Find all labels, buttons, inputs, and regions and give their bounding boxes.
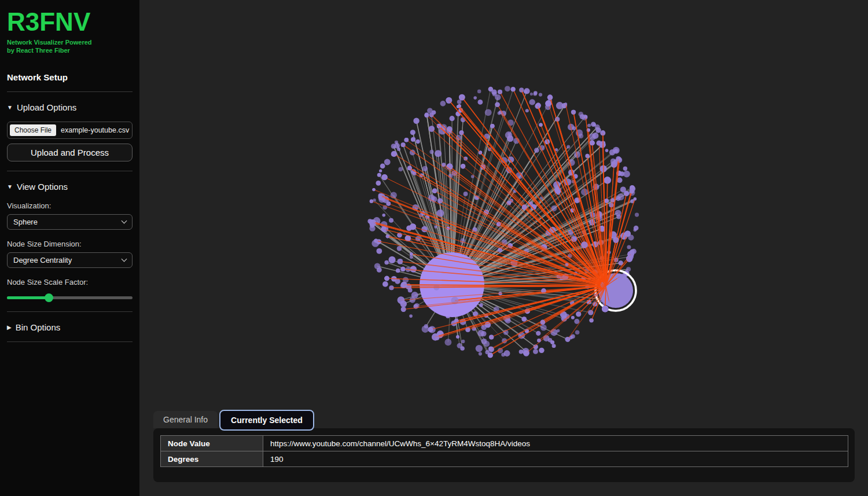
node-size-dimension-select[interactable]: Degree Centrality [7, 252, 133, 268]
bin-options-label: Bin Options [16, 322, 61, 332]
divider [7, 341, 133, 342]
node-size-scale-factor-label: Node Size Scale Factor: [7, 278, 133, 286]
app-root: R3FNV Network Visualizer Powered by Reac… [0, 0, 868, 496]
visualization-select[interactable]: Sphere [7, 214, 133, 230]
app-tagline: Network Visualizer Powered by React Thre… [7, 38, 133, 55]
slider-thumb[interactable] [45, 293, 53, 302]
divider [7, 91, 133, 92]
upload-options-header[interactable]: ▼ Upload Options [7, 102, 133, 112]
node-details-table: Node Valuehttps://www.youtube.com/channe… [160, 435, 848, 467]
upload-options-label: Upload Options [17, 102, 76, 112]
app-logo: R3FNV [7, 9, 133, 35]
tab-general-info[interactable]: General Info [153, 411, 218, 428]
row-label: Node Value [161, 436, 263, 451]
selected-file-name: example-youtube.csv [61, 126, 129, 134]
currently-selected-panel: Node Valuehttps://www.youtube.com/channe… [153, 428, 855, 482]
divider [7, 311, 133, 312]
network-setup-heading: Network Setup [7, 72, 133, 82]
collapse-arrow-down-icon: ▼ [7, 104, 13, 111]
slider-fill [7, 296, 49, 299]
row-value: 190 [263, 451, 848, 467]
choose-file-button[interactable]: Choose File [10, 124, 56, 136]
info-panel-area: General Info Currently Selected Node Val… [153, 410, 855, 482]
sidebar: R3FNV Network Visualizer Powered by Reac… [0, 0, 139, 496]
node-size-dimension-label: Node Size Dimension: [7, 240, 133, 248]
visualization-label: Visualization: [7, 201, 133, 210]
divider [7, 171, 133, 171]
view-options-header[interactable]: ▼ View Options [7, 182, 133, 192]
main-canvas-area: General Info Currently Selected Node Val… [139, 0, 868, 496]
node-size-scale-slider[interactable] [7, 293, 133, 302]
bin-options-header[interactable]: ▶ Bin Options [7, 322, 133, 332]
tagline-line-1: Network Visualizer Powered [7, 38, 133, 46]
upload-and-process-button[interactable]: Upload and Process [7, 144, 133, 161]
view-options-label: View Options [17, 182, 68, 192]
tagline-line-2: by React Three Fiber [7, 46, 133, 54]
table-row: Degrees190 [161, 451, 848, 467]
info-tabs: General Info Currently Selected [153, 410, 855, 428]
row-label: Degrees [161, 451, 263, 467]
collapse-arrow-right-icon: ▶ [7, 324, 12, 330]
row-value: https://www.youtube.com/channel/UCwWhs_6… [263, 436, 848, 451]
table-row: Node Valuehttps://www.youtube.com/channe… [161, 436, 848, 451]
tab-currently-selected[interactable]: Currently Selected [219, 410, 314, 431]
node-details-table-body: Node Valuehttps://www.youtube.com/channe… [161, 436, 848, 467]
collapse-arrow-down-icon: ▼ [7, 183, 13, 190]
file-input[interactable]: Choose File example-youtube.csv [7, 122, 133, 139]
